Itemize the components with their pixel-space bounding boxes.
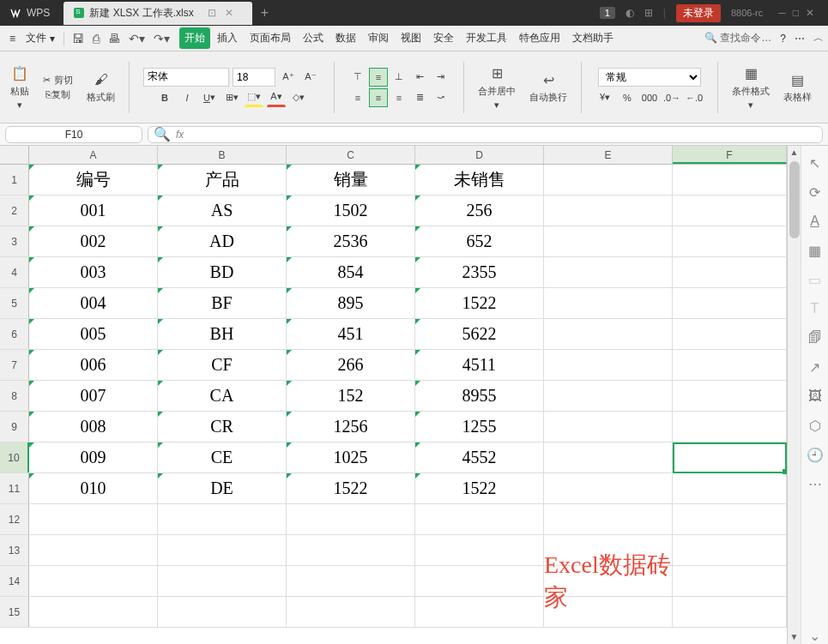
cell[interactable] <box>673 442 787 472</box>
print-icon[interactable]: 🖶 <box>104 32 124 45</box>
cell[interactable] <box>673 597 787 627</box>
redo-icon[interactable]: ↷▾ <box>149 32 174 45</box>
cell[interactable] <box>544 319 673 349</box>
cell[interactable]: 652 <box>415 226 544 256</box>
cell[interactable] <box>544 350 673 380</box>
tab-security[interactable]: 安全 <box>428 27 459 49</box>
indent-increase[interactable]: ⇥ <box>431 68 450 87</box>
col-header-F[interactable]: F <box>673 146 787 164</box>
cell[interactable]: 256 <box>415 196 544 226</box>
command-search[interactable]: 🔍 查找命令… <box>704 31 771 45</box>
align-left[interactable]: ≡ <box>348 88 367 107</box>
image-icon[interactable]: 🖼 <box>807 388 824 405</box>
scroll-up-icon[interactable]: ▲ <box>788 146 801 159</box>
cell[interactable] <box>415 504 544 534</box>
copy-button[interactable]: ⎘复制 <box>45 88 70 101</box>
row-header[interactable]: 2 <box>0 196 29 226</box>
formula-bar[interactable]: 🔍 fx <box>148 126 823 143</box>
fill-color-button[interactable]: ⬚▾ <box>245 88 263 107</box>
cell[interactable]: 005 <box>29 319 158 349</box>
decrease-font-icon[interactable]: A⁻ <box>301 68 320 87</box>
col-header-A[interactable]: A <box>29 146 158 164</box>
help-icon[interactable]: ? <box>780 33 786 45</box>
cell[interactable]: 007 <box>29 381 158 411</box>
table-icon[interactable]: ▦ <box>807 242 824 259</box>
row-header[interactable]: 3 <box>0 226 29 256</box>
conditional-format-button[interactable]: ▦ 条件格式▾ <box>728 61 773 114</box>
row-header[interactable]: 9 <box>0 412 29 442</box>
tab-insert[interactable]: 插入 <box>212 27 243 49</box>
cell[interactable]: Excel数据砖家 <box>544 566 673 596</box>
row-header[interactable]: 11 <box>0 473 29 503</box>
window-close[interactable]: ✕ <box>806 7 814 19</box>
italic-button[interactable]: I <box>178 88 196 107</box>
tab-devtools[interactable]: 开发工具 <box>461 27 512 49</box>
cell[interactable]: AS <box>158 196 287 226</box>
font-size-combo[interactable] <box>233 68 275 87</box>
cell[interactable] <box>544 412 673 442</box>
row-header[interactable]: 12 <box>0 504 29 534</box>
window-minimize[interactable]: ─ <box>778 7 786 19</box>
tab-apps[interactable]: 特色应用 <box>514 27 565 49</box>
col-header-B[interactable]: B <box>158 146 287 164</box>
merge-center-button[interactable]: ⊞ 合并居中▾ <box>474 61 519 114</box>
cell[interactable] <box>29 566 158 596</box>
cell[interactable]: BF <box>158 288 287 318</box>
new-tab-button[interactable]: + <box>252 5 277 21</box>
align-middle[interactable]: ≡ <box>369 68 388 87</box>
align-center[interactable]: ≡ <box>369 88 388 107</box>
cell[interactable]: 4511 <box>415 350 544 380</box>
cell[interactable]: 451 <box>287 319 415 349</box>
tab-start[interactable]: 开始 <box>179 27 210 49</box>
percent-button[interactable]: % <box>618 88 637 107</box>
wrap-text-button[interactable]: ↩ 自动换行 <box>526 67 571 107</box>
cell[interactable] <box>673 504 787 534</box>
undo-icon[interactable]: ↶▾ <box>124 32 149 45</box>
spreadsheet-grid[interactable]: A B C D E F 1 编号 产品 销量 未销售 2001AS1502256… <box>0 146 787 644</box>
border-button[interactable]: ⊞▾ <box>222 88 241 107</box>
currency-button[interactable]: ¥▾ <box>595 88 614 107</box>
login-button[interactable]: 未登录 <box>676 4 721 22</box>
cube-icon[interactable]: ⬡ <box>807 417 824 434</box>
orientation[interactable]: ⤻ <box>431 88 450 107</box>
skin-icon[interactable]: ◐ <box>626 7 634 19</box>
cell[interactable]: 产品 <box>158 165 287 195</box>
row-header[interactable]: 10 <box>0 442 29 472</box>
collapse-ribbon-icon[interactable]: ︿ <box>813 31 824 45</box>
row-header[interactable]: 7 <box>0 350 29 380</box>
cell[interactable]: 004 <box>29 288 158 318</box>
fx-icon[interactable]: fx <box>176 129 184 141</box>
notif-badge[interactable]: 1 <box>600 7 615 19</box>
cell[interactable] <box>415 566 544 596</box>
tab-data[interactable]: 数据 <box>330 27 361 49</box>
cell[interactable] <box>544 288 673 318</box>
cell[interactable] <box>29 535 158 565</box>
cell[interactable] <box>673 473 787 503</box>
tab-close-icon[interactable]: ✕ <box>225 7 233 19</box>
document-tab[interactable]: 新建 XLSX 工作表.xlsx ⊡ ✕ <box>63 2 251 25</box>
cell[interactable]: CE <box>158 442 287 472</box>
cell[interactable] <box>673 196 787 226</box>
tab-dochelper[interactable]: 文档助手 <box>567 27 619 49</box>
collapse-sp-icon[interactable]: ⌄ <box>807 627 824 644</box>
cell[interactable] <box>544 257 673 287</box>
cell[interactable]: 152 <box>287 381 415 411</box>
cell[interactable] <box>544 442 673 472</box>
cell[interactable] <box>29 504 158 534</box>
decrease-decimal[interactable]: ←.0 <box>685 88 704 107</box>
clear-format-button[interactable]: ◇▾ <box>289 88 308 107</box>
text-icon[interactable]: T <box>807 300 824 317</box>
row-header[interactable]: 13 <box>0 535 29 565</box>
print-preview-icon[interactable]: ⎙ <box>88 32 104 45</box>
cell[interactable]: 1255 <box>415 412 544 442</box>
tab-review[interactable]: 审阅 <box>363 27 394 49</box>
font-icon[interactable]: A <box>807 213 824 230</box>
cell[interactable]: 266 <box>287 350 415 380</box>
cell[interactable]: 1522 <box>415 288 544 318</box>
indent-decrease[interactable]: ⇤ <box>410 68 429 87</box>
cell[interactable] <box>415 597 544 627</box>
cell[interactable] <box>158 535 287 565</box>
cell[interactable] <box>544 504 673 534</box>
cell[interactable]: 854 <box>287 257 415 287</box>
cloud-icon[interactable]: ⊞ <box>644 7 653 19</box>
